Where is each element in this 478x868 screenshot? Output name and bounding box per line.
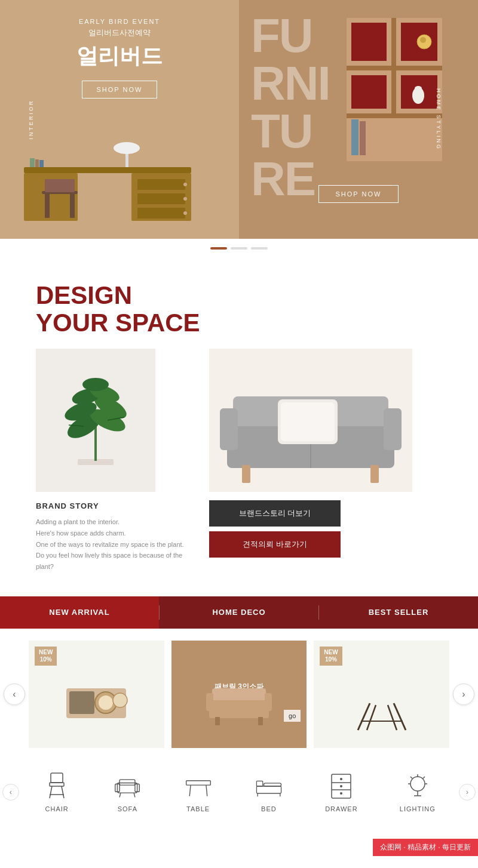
- quote-link-button[interactable]: 견적의뢰 바로가기: [209, 531, 341, 558]
- svg-line-76: [62, 786, 64, 798]
- chair-icon: [42, 772, 71, 801]
- category-icon-table[interactable]: TABLE: [184, 772, 213, 812]
- hero-banner: INTERIOR EARLY BIRD EVENT 얼리버드사전예약 얼리버드 …: [0, 0, 478, 239]
- sofa-icon: [113, 772, 142, 801]
- svg-rect-51: [242, 465, 250, 483]
- svg-point-30: [415, 86, 422, 91]
- pagination-dot-1[interactable]: [210, 247, 227, 250]
- svg-rect-22: [391, 70, 396, 113]
- svg-point-58: [99, 695, 113, 710]
- hero-right-shop-now-button[interactable]: SHOP NOW: [318, 185, 399, 203]
- korean-sub: 얼리버드사전예약: [88, 27, 151, 38]
- tab-home-deco[interactable]: HOME DECO: [160, 596, 318, 629]
- svg-rect-5: [137, 208, 185, 218]
- icons-next-button[interactable]: ›: [459, 784, 476, 801]
- product-card-1: NEW10%: [29, 641, 164, 748]
- svg-point-98: [410, 777, 425, 791]
- desk-illustration: [12, 119, 215, 239]
- svg-rect-21: [391, 18, 396, 66]
- svg-rect-62: [206, 693, 213, 711]
- early-bird-label: EARLY BIRD EVENT: [79, 18, 160, 25]
- svg-rect-89: [263, 783, 281, 786]
- table-label: TABLE: [186, 805, 210, 812]
- category-icon-bed[interactable]: BED: [255, 772, 283, 812]
- category-icon-drawer[interactable]: DRAWER: [325, 772, 357, 812]
- category-icon-lighting[interactable]: LIGHTING: [400, 772, 436, 812]
- svg-line-82: [120, 793, 121, 797]
- home-styling-label: HOME STYLING: [436, 88, 442, 150]
- svg-point-97: [340, 792, 342, 795]
- category-icon-sofa[interactable]: SOFA: [113, 772, 142, 812]
- tab-new-arrival[interactable]: NEW ARRIVAL: [0, 596, 159, 629]
- carousel-next-button[interactable]: ›: [453, 684, 474, 705]
- carousel-inner: ‹ NEW10%: [0, 641, 478, 748]
- svg-line-86: [206, 785, 207, 796]
- products-row: NEW10% 패브릭 3인소파 ₩980,000: [29, 641, 449, 748]
- svg-rect-54: [281, 402, 335, 441]
- drawer-icon: [327, 772, 356, 801]
- svg-rect-84: [186, 781, 210, 785]
- svg-rect-3: [137, 179, 185, 190]
- plant-box: [36, 349, 155, 492]
- brand-story-button[interactable]: 브랜드스토리 더보기: [209, 500, 341, 527]
- category-icons-inner: CHAIR SOFA: [22, 772, 456, 812]
- icons-prev-button[interactable]: ‹: [2, 784, 19, 801]
- svg-rect-33: [81, 462, 111, 486]
- svg-rect-31: [351, 119, 358, 155]
- bed-icon: [255, 772, 283, 801]
- product-image-1: NEW10%: [29, 641, 164, 748]
- design-right-col: 브랜드스토리 더보기 견적의뢰 바로가기: [209, 349, 442, 558]
- svg-rect-20: [347, 113, 442, 118]
- hero-left-shop-now-button[interactable]: SHOP NOW: [82, 81, 158, 99]
- svg-rect-16: [35, 159, 39, 167]
- hero-right-panel: FURNITURE: [239, 0, 478, 239]
- product-card-2: 패브릭 3인소파 ₩980,000 ₩789,000 go: [171, 641, 307, 748]
- design-section: DESIGN YOUR SPACE: [0, 258, 478, 596]
- pagination-dot-3[interactable]: [251, 247, 268, 250]
- svg-rect-4: [137, 193, 185, 204]
- svg-rect-48: [220, 408, 238, 450]
- pagination-dot-2[interactable]: [231, 247, 247, 250]
- svg-line-83: [134, 793, 135, 797]
- svg-rect-60: [209, 697, 269, 718]
- design-layout: BRAND STORY Adding a plant to the interi…: [36, 349, 442, 572]
- sofa-label: SOFA: [118, 805, 137, 812]
- action-buttons: 브랜드스토리 더보기 견적의뢰 바로가기: [209, 500, 442, 558]
- hero-pagination: [0, 239, 478, 258]
- svg-point-67: [364, 661, 400, 694]
- sofa-image-box: [209, 349, 412, 492]
- product-carousel: ‹ NEW10%: [0, 629, 478, 760]
- product-card-3: NEW10%: [314, 641, 449, 748]
- svg-rect-73: [51, 773, 63, 783]
- korean-title: 얼리버드: [76, 42, 163, 71]
- tab-best-seller[interactable]: BEST SELLER: [319, 596, 478, 629]
- lighting-icon: [403, 772, 432, 801]
- svg-rect-78: [118, 783, 137, 793]
- bed-label: BED: [261, 805, 277, 812]
- svg-rect-32: [360, 121, 366, 155]
- svg-rect-19: [347, 66, 442, 70]
- svg-line-75: [50, 786, 52, 798]
- product-2-go-button[interactable]: go: [284, 710, 301, 722]
- svg-rect-17: [39, 160, 44, 167]
- product-badge-1: NEW10%: [35, 647, 57, 666]
- svg-rect-10: [45, 194, 50, 218]
- svg-rect-63: [265, 693, 272, 711]
- product-badge-3: NEW10%: [320, 647, 342, 666]
- carousel-prev-button[interactable]: ‹: [4, 684, 25, 705]
- product-image-3: NEW10%: [314, 641, 449, 748]
- svg-rect-87: [256, 786, 281, 793]
- svg-point-42: [82, 378, 109, 391]
- category-tabs: NEW ARRIVAL HOME DECO BEST SELLER: [0, 596, 478, 629]
- svg-rect-52: [370, 465, 379, 483]
- svg-point-59: [113, 693, 127, 707]
- svg-point-28: [420, 37, 426, 43]
- svg-point-7: [183, 197, 187, 201]
- svg-rect-23: [351, 23, 387, 61]
- svg-rect-11: [70, 194, 75, 218]
- svg-rect-88: [256, 781, 262, 786]
- svg-point-6: [183, 183, 187, 186]
- svg-rect-79: [120, 780, 135, 785]
- category-icon-chair[interactable]: CHAIR: [42, 772, 71, 812]
- table-icon: [184, 772, 213, 801]
